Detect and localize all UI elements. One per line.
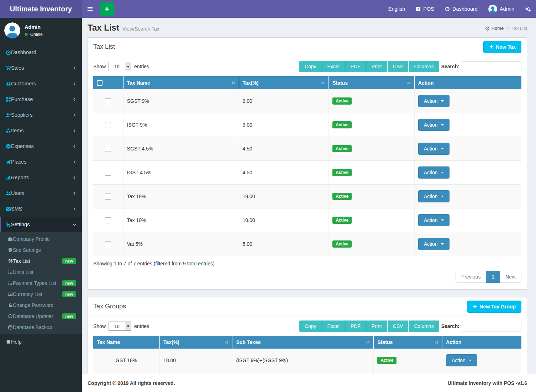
tax-percent-cell: 9.00 bbox=[239, 89, 329, 113]
breadcrumb-home-link[interactable]: Home bbox=[485, 26, 504, 31]
select-all-checkbox[interactable] bbox=[97, 80, 103, 86]
print-button[interactable]: Print bbox=[366, 61, 387, 72]
settings-gear-menu[interactable] bbox=[520, 0, 536, 18]
print-button[interactable]: Print bbox=[366, 321, 387, 332]
column-header-sub-taxes[interactable]: Sub Taxes bbox=[232, 336, 374, 349]
sidebar-user-status[interactable]: Online bbox=[25, 32, 43, 37]
brand-logo[interactable]: Ultimate Inventory bbox=[0, 0, 82, 18]
search-label: Search: bbox=[441, 64, 459, 69]
sidebar-subitem-currency-list[interactable]: Currency List new bbox=[0, 288, 82, 300]
sidebar: Admin Online Dashboard Sales Customers bbox=[0, 18, 82, 392]
sidebar-subitem-site-settings[interactable]: Site Settings bbox=[0, 244, 82, 255]
paper-plane-icon bbox=[6, 159, 11, 165]
status-badge: Active bbox=[332, 169, 352, 176]
page-number-button[interactable]: 1 bbox=[486, 271, 500, 283]
sidebar-subitem-units-list[interactable]: Units List bbox=[0, 266, 82, 277]
sidebar-item-suppliers[interactable]: Suppliers bbox=[0, 107, 82, 123]
action-dropdown-button[interactable]: Action bbox=[418, 166, 450, 179]
tax-percent-cell: 4.50 bbox=[239, 161, 329, 185]
sidebar-item-sales[interactable]: Sales bbox=[0, 60, 82, 76]
column-header-tax-name[interactable]: Tax Name bbox=[93, 336, 159, 349]
row-checkbox[interactable] bbox=[105, 170, 111, 176]
sidebar-subitem-label: Database Updater bbox=[13, 313, 53, 319]
sidebar-subitem-payment-types-list[interactable]: Payment Types List new bbox=[0, 277, 82, 288]
page-size-select[interactable]: 10 bbox=[109, 322, 131, 331]
chevron-left-icon bbox=[72, 175, 77, 180]
page-size-select[interactable]: 10 bbox=[109, 62, 131, 71]
column-header-tax-name[interactable]: Tax Name bbox=[123, 76, 239, 89]
user-name-label: Admin bbox=[500, 6, 514, 12]
next-page-button[interactable]: Next bbox=[500, 271, 521, 283]
action-dropdown-button[interactable]: Action bbox=[418, 190, 450, 202]
sidebar-subitem-label: Site Settings bbox=[13, 247, 41, 253]
sidebar-subitem-tax-list[interactable]: % Tax List new bbox=[0, 255, 82, 266]
action-dropdown-button[interactable]: Action bbox=[446, 354, 477, 366]
caret-down-icon bbox=[441, 172, 444, 173]
excel-button[interactable]: Excel bbox=[322, 321, 345, 332]
sidebar-subitem-database-updater[interactable]: Database Updater new bbox=[0, 311, 82, 322]
pos-link[interactable]: POS bbox=[410, 0, 440, 18]
action-label: Action bbox=[424, 241, 438, 247]
pdf-button[interactable]: PDF bbox=[345, 61, 366, 72]
sidebar-item-purchase[interactable]: Purchase bbox=[0, 91, 82, 107]
columns-button[interactable]: Columns bbox=[408, 61, 439, 72]
sidebar-subitem-change-password[interactable]: Change Password bbox=[0, 300, 82, 311]
previous-page-button[interactable]: Previous bbox=[456, 271, 486, 283]
action-dropdown-button[interactable]: Action bbox=[418, 143, 450, 155]
action-cell: Action bbox=[414, 161, 521, 185]
sidebar-subitem-company-profile[interactable]: Company Profile bbox=[0, 233, 82, 244]
pdf-button[interactable]: PDF bbox=[345, 321, 366, 332]
search-input[interactable] bbox=[462, 61, 521, 72]
column-header-status[interactable]: Status bbox=[374, 336, 442, 349]
sidebar-item-items[interactable]: Items bbox=[0, 123, 82, 138]
sidebar-item-places[interactable]: Places bbox=[0, 154, 82, 170]
action-dropdown-button[interactable]: Action bbox=[418, 214, 450, 226]
copy-button[interactable]: Copy bbox=[299, 321, 322, 332]
action-label: Action bbox=[424, 194, 438, 199]
sidebar-toggle-button[interactable] bbox=[82, 0, 98, 18]
search-input[interactable] bbox=[462, 321, 521, 332]
row-checkbox[interactable] bbox=[105, 146, 111, 152]
language-menu[interactable]: English bbox=[383, 0, 411, 18]
caret-down-icon bbox=[441, 219, 444, 221]
row-checkbox[interactable] bbox=[105, 98, 111, 104]
user-menu[interactable]: Admin bbox=[483, 0, 520, 18]
column-header-tax-percent[interactable]: Tax(%) bbox=[159, 336, 232, 349]
copy-button[interactable]: Copy bbox=[299, 61, 322, 72]
action-dropdown-button[interactable]: Action bbox=[418, 238, 450, 250]
table-row: Vat 5% 5.00 Active Action bbox=[93, 232, 521, 256]
breadcrumb-current: Tax List bbox=[511, 26, 527, 31]
dashboard-link[interactable]: Dashboard bbox=[440, 0, 483, 18]
sidebar-item-settings[interactable]: Settings bbox=[0, 217, 82, 232]
gears-icon bbox=[6, 222, 11, 227]
sidebar-item-dashboard[interactable]: Dashboard bbox=[0, 44, 82, 60]
csv-button[interactable]: CSV bbox=[387, 321, 409, 332]
sidebar-item-label: Customers bbox=[11, 81, 72, 86]
sidebar-item-reports[interactable]: Reports bbox=[0, 170, 82, 185]
sidebar-item-help[interactable]: Help bbox=[0, 334, 82, 350]
sidebar-item-sms[interactable]: SMS bbox=[0, 201, 82, 217]
sidebar-item-expenses[interactable]: Expenses bbox=[0, 138, 82, 154]
status-cell: Active bbox=[329, 232, 415, 256]
column-header-status[interactable]: Status bbox=[329, 76, 415, 89]
table-header-row: Tax Name Tax(%) Sub Taxes Status Action bbox=[93, 336, 521, 349]
column-header-tax-percent[interactable]: Tax(%) bbox=[239, 76, 329, 89]
csv-button[interactable]: CSV bbox=[387, 61, 409, 72]
sidebar-item-customers[interactable]: Customers bbox=[0, 76, 82, 91]
sidebar-item-users[interactable]: Users bbox=[0, 185, 82, 201]
row-checkbox[interactable] bbox=[105, 194, 111, 200]
row-checkbox[interactable] bbox=[105, 217, 111, 223]
new-tax-group-button[interactable]: New Tax Group bbox=[467, 301, 521, 313]
excel-button[interactable]: Excel bbox=[322, 61, 345, 72]
sidebar-user-name: Admin bbox=[25, 24, 43, 30]
users-icon bbox=[6, 191, 11, 196]
action-dropdown-button[interactable]: Action bbox=[418, 95, 450, 107]
new-tax-button[interactable]: New Tax bbox=[483, 41, 521, 53]
row-checkbox[interactable] bbox=[105, 241, 111, 247]
search-control: Search: bbox=[441, 61, 521, 72]
sidebar-subitem-database-backup[interactable]: Database Backup bbox=[0, 322, 82, 333]
columns-button[interactable]: Columns bbox=[408, 321, 439, 332]
quick-add-button[interactable] bbox=[100, 2, 114, 16]
action-dropdown-button[interactable]: Action bbox=[418, 119, 450, 131]
row-checkbox[interactable] bbox=[105, 122, 111, 128]
